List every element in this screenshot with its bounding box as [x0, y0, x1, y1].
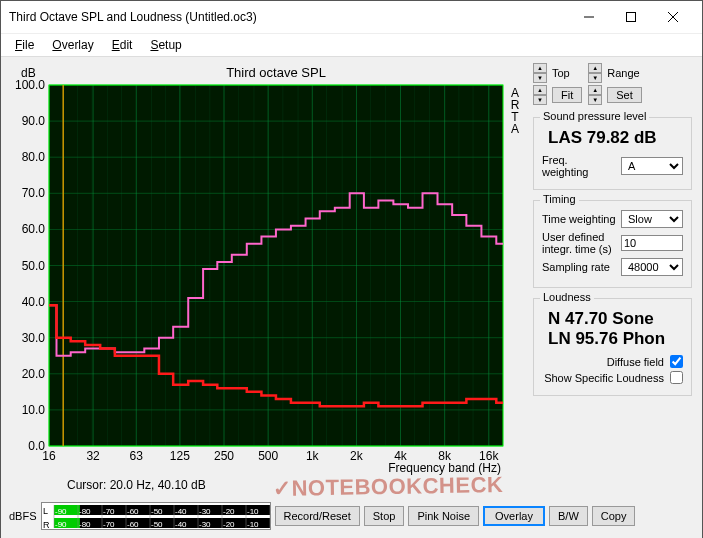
svg-text:63: 63 — [130, 449, 144, 463]
svg-text:250: 250 — [214, 449, 234, 463]
menu-file[interactable]: File — [7, 36, 42, 54]
integ-label: User defined integr. time (s) — [542, 231, 617, 255]
freq-weight-label: Freq. weighting — [542, 154, 617, 178]
fit-up[interactable]: ▲ — [533, 85, 547, 95]
specific-checkbox[interactable] — [670, 371, 683, 384]
spl-value: LAS 79.82 dB — [548, 128, 683, 148]
svg-text:-60: -60 — [127, 507, 139, 516]
svg-text:50.0: 50.0 — [22, 259, 46, 273]
svg-text:70.0: 70.0 — [22, 186, 46, 200]
window-title: Third Octave SPL and Loudness (Untitled.… — [9, 10, 257, 24]
svg-text:-10: -10 — [247, 507, 259, 516]
top-up[interactable]: ▲ — [533, 63, 547, 73]
svg-text:-90: -90 — [55, 507, 67, 516]
svg-text:-10: -10 — [247, 520, 259, 529]
rate-label: Sampling rate — [542, 261, 617, 273]
spl-group-title: Sound pressure level — [540, 110, 649, 122]
timing-group: Timing Time weighting Slow User defined … — [533, 200, 692, 288]
menu-overlay[interactable]: Overlay — [44, 36, 101, 54]
svg-text:-50: -50 — [151, 507, 163, 516]
svg-text:-70: -70 — [103, 520, 115, 529]
svg-text:10.0: 10.0 — [22, 403, 46, 417]
overlay-button[interactable]: Overlay — [483, 506, 545, 526]
top-label: Top — [552, 67, 570, 79]
svg-rect-1 — [627, 13, 636, 22]
range-down[interactable]: ▼ — [588, 73, 602, 83]
svg-text:500: 500 — [258, 449, 278, 463]
svg-text:30.0: 30.0 — [22, 331, 46, 345]
stop-button[interactable]: Stop — [364, 506, 405, 526]
svg-text:125: 125 — [170, 449, 190, 463]
svg-text:-60: -60 — [127, 520, 139, 529]
spl-group: Sound pressure level LAS 79.82 dB Freq. … — [533, 117, 692, 190]
svg-text:2k: 2k — [350, 449, 364, 463]
set-button[interactable]: Set — [607, 87, 642, 103]
loudness-group: Loudness N 47.70 Sone LN 95.76 Phon Diff… — [533, 298, 692, 396]
svg-text:-40: -40 — [175, 507, 187, 516]
rate-select[interactable]: 48000 — [621, 258, 683, 276]
svg-text:-50: -50 — [151, 520, 163, 529]
svg-text:-20: -20 — [223, 520, 235, 529]
svg-text:L: L — [43, 506, 48, 516]
svg-text:-40: -40 — [175, 520, 187, 529]
title-bar: Third Octave SPL and Loudness (Untitled.… — [1, 1, 702, 34]
svg-text:100.0: 100.0 — [15, 78, 45, 92]
svg-text:-80: -80 — [79, 507, 91, 516]
timing-group-title: Timing — [540, 193, 579, 205]
spl-plot[interactable]: 0.010.020.030.040.050.060.070.080.090.01… — [11, 63, 525, 476]
svg-text:dB: dB — [21, 66, 36, 80]
svg-text:60.0: 60.0 — [22, 222, 46, 236]
svg-text:1k: 1k — [306, 449, 320, 463]
specific-label: Show Specific Loudness — [544, 372, 664, 384]
maximize-button[interactable] — [610, 7, 652, 27]
svg-text:16: 16 — [42, 449, 56, 463]
loudness-group-title: Loudness — [540, 291, 594, 303]
level-meter: LR-90-90-80-80-70-70-60-60-50-50-40-40-3… — [41, 502, 271, 530]
loudness-ln: LN 95.76 Phon — [548, 329, 683, 349]
bw-button[interactable]: B/W — [549, 506, 588, 526]
svg-text:Third octave SPL: Third octave SPL — [226, 65, 326, 80]
svg-text:-80: -80 — [79, 520, 91, 529]
svg-text:20.0: 20.0 — [22, 367, 46, 381]
menu-edit[interactable]: Edit — [104, 36, 141, 54]
diffuse-label: Diffuse field — [607, 356, 664, 368]
loudness-n: N 47.70 Sone — [548, 309, 683, 329]
menu-setup[interactable]: Setup — [142, 36, 189, 54]
time-weight-label: Time weighting — [542, 213, 617, 225]
svg-text:Frequency band (Hz): Frequency band (Hz) — [388, 461, 501, 475]
svg-text:-90: -90 — [55, 520, 67, 529]
svg-text:32: 32 — [86, 449, 100, 463]
integ-input[interactable] — [621, 235, 683, 251]
copy-button[interactable]: Copy — [592, 506, 636, 526]
pink-noise-button[interactable]: Pink Noise — [408, 506, 479, 526]
svg-text:-20: -20 — [223, 507, 235, 516]
svg-text:80.0: 80.0 — [22, 150, 46, 164]
top-down[interactable]: ▼ — [533, 73, 547, 83]
minimize-button[interactable] — [568, 7, 610, 27]
diffuse-checkbox[interactable] — [670, 355, 683, 368]
range-up[interactable]: ▲ — [588, 63, 602, 73]
set-up[interactable]: ▲ — [588, 85, 602, 95]
svg-text:dB: dB — [271, 507, 272, 516]
svg-text:R: R — [43, 520, 50, 530]
cursor-readout: Cursor: 20.0 Hz, 40.10 dB — [11, 476, 525, 494]
close-button[interactable] — [652, 7, 694, 27]
svg-text:A: A — [511, 122, 519, 136]
freq-weight-select[interactable]: A — [621, 157, 683, 175]
svg-text:-30: -30 — [199, 507, 211, 516]
svg-text:40.0: 40.0 — [22, 295, 46, 309]
record-button[interactable]: Record/Reset — [275, 506, 360, 526]
fit-button[interactable]: Fit — [552, 87, 582, 103]
set-down[interactable]: ▼ — [588, 95, 602, 105]
range-label: Range — [607, 67, 639, 79]
svg-text:-30: -30 — [199, 520, 211, 529]
meter-dbfs-label: dBFS — [9, 510, 37, 522]
svg-text:dB: dB — [271, 520, 272, 529]
svg-text:90.0: 90.0 — [22, 114, 46, 128]
svg-text:-70: -70 — [103, 507, 115, 516]
time-weight-select[interactable]: Slow — [621, 210, 683, 228]
menu-bar: File Overlay Edit Setup — [1, 34, 702, 57]
fit-down[interactable]: ▼ — [533, 95, 547, 105]
